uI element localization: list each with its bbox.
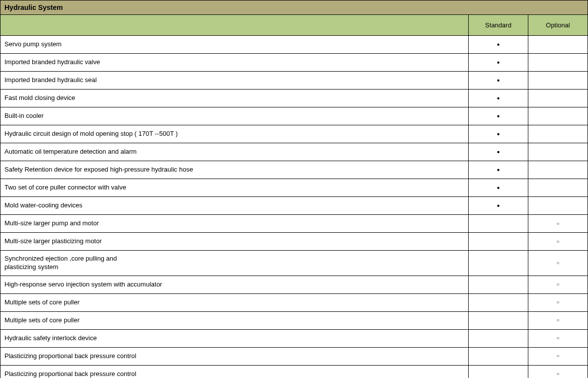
feature-cell: Multi-size larger plasticizing motor [0, 233, 468, 250]
table-row: Multiple sets of core puller○ [0, 294, 588, 312]
bullet-icon: • [497, 77, 500, 85]
standard-cell: • [468, 72, 528, 89]
feature-cell: Servo pump system [0, 36, 468, 53]
circle-icon: ○ [556, 318, 559, 323]
standard-cell [468, 330, 528, 347]
optional-cell [528, 179, 588, 196]
table-row: Hydraulic safety interlock device○ [0, 330, 588, 348]
circle-icon: ○ [556, 261, 559, 266]
standard-cell: • [468, 179, 528, 196]
feature-cell: Hydraulic safety interlock device [0, 330, 468, 347]
standard-cell [468, 251, 528, 276]
optional-cell: ○ [528, 312, 588, 329]
circle-icon: ○ [556, 300, 559, 305]
optional-cell: ○ [528, 294, 588, 311]
standard-cell [468, 312, 528, 329]
feature-cell: Fast mold closing device [0, 90, 468, 107]
bullet-icon: • [497, 59, 500, 67]
circle-icon: ○ [556, 239, 559, 244]
table-row: Multi-size larger pump and motor○ [0, 215, 588, 233]
bullet-icon: • [497, 184, 500, 192]
optional-cell: ○ [528, 233, 588, 250]
feature-cell: Plasticizing proportional back pressure … [0, 348, 468, 365]
bullet-icon: • [497, 130, 500, 138]
table-header-row: Standard Optional [0, 15, 588, 36]
standard-cell [468, 366, 528, 378]
table-row: Automatic oil temperature detection and … [0, 143, 588, 161]
circle-icon: ○ [556, 282, 559, 287]
bullet-icon: • [497, 112, 500, 120]
optional-cell: ○ [528, 276, 588, 293]
table-row: Safety Retention device for exposed high… [0, 161, 588, 179]
table-row: Imported branded hydraulic valve• [0, 54, 588, 72]
optional-cell [528, 54, 588, 71]
header-optional-column: Optional [528, 15, 588, 35]
optional-cell [528, 161, 588, 179]
feature-cell: Synchronized ejection ,core pulling and … [0, 251, 468, 276]
optional-cell: ○ [528, 215, 588, 232]
bullet-icon: • [497, 166, 500, 174]
feature-cell: Multiple sets of core puller [0, 294, 468, 311]
table-row: High-response servo injection system wit… [0, 276, 588, 294]
bullet-icon: • [497, 41, 500, 49]
optional-cell: ○ [528, 348, 588, 365]
optional-cell: ○ [528, 251, 588, 276]
table-row: Built-in cooler• [0, 107, 588, 125]
table-row: Plasticizing proportional back pressure … [0, 366, 588, 378]
optional-cell [528, 143, 588, 161]
feature-cell: Two set of core puller connector with va… [0, 179, 468, 196]
standard-cell: • [468, 90, 528, 107]
bullet-icon: • [497, 202, 500, 210]
bullet-icon: • [497, 148, 500, 156]
feature-cell: Imported branded hydraulic seal [0, 72, 468, 89]
feature-cell: Hydraulic circuit design of mold opening… [0, 125, 468, 143]
table-row: Synchronized ejection ,core pulling and … [0, 251, 588, 276]
standard-cell: • [468, 36, 528, 53]
table-row: Multi-size larger plasticizing motor○ [0, 233, 588, 251]
table-row: Imported branded hydraulic seal• [0, 72, 588, 90]
optional-cell [528, 125, 588, 143]
standard-cell [468, 233, 528, 250]
standard-cell [468, 215, 528, 232]
standard-cell: • [468, 161, 528, 179]
table-row: Fast mold closing device• [0, 90, 588, 107]
standard-cell: • [468, 125, 528, 143]
header-standard-column: Standard [468, 15, 528, 35]
table-title: Hydraulic System [0, 0, 588, 15]
feature-cell: Multiple sets of core puller [0, 312, 468, 329]
feature-cell: Imported branded hydraulic valve [0, 54, 468, 71]
feature-cell: High-response servo injection system wit… [0, 276, 468, 293]
table-row: Two set of core puller connector with va… [0, 179, 588, 197]
feature-cell: Safety Retention device for exposed high… [0, 161, 468, 179]
standard-cell [468, 294, 528, 311]
table-row: Servo pump system• [0, 36, 588, 54]
header-feature-column [0, 22, 468, 28]
feature-cell: Multi-size larger pump and motor [0, 215, 468, 232]
circle-icon: ○ [556, 354, 559, 359]
optional-cell: ○ [528, 366, 588, 378]
standard-cell: • [468, 107, 528, 125]
optional-cell [528, 72, 588, 89]
table-row: Hydraulic circuit design of mold opening… [0, 125, 588, 143]
hydraulic-system-table: Hydraulic System Standard Optional Servo… [0, 0, 588, 378]
circle-icon: ○ [556, 221, 559, 226]
standard-cell: • [468, 54, 528, 71]
optional-cell [528, 90, 588, 107]
table-row: Plasticizing proportional back pressure … [0, 348, 588, 366]
circle-icon: ○ [556, 336, 559, 341]
feature-cell: Plasticizing proportional back pressure … [0, 366, 468, 378]
bullet-icon: • [497, 94, 500, 102]
table-row: Multiple sets of core puller○ [0, 312, 588, 330]
standard-cell: • [468, 143, 528, 161]
optional-cell [528, 36, 588, 53]
circle-icon: ○ [556, 372, 559, 377]
optional-cell [528, 107, 588, 125]
standard-cell: • [468, 197, 528, 214]
optional-cell: ○ [528, 330, 588, 347]
standard-cell [468, 276, 528, 293]
feature-cell: Built-in cooler [0, 107, 468, 125]
table-row: Mold water-cooling devices• [0, 197, 588, 215]
feature-cell: Automatic oil temperature detection and … [0, 143, 468, 161]
standard-cell [468, 348, 528, 365]
optional-cell [528, 197, 588, 214]
